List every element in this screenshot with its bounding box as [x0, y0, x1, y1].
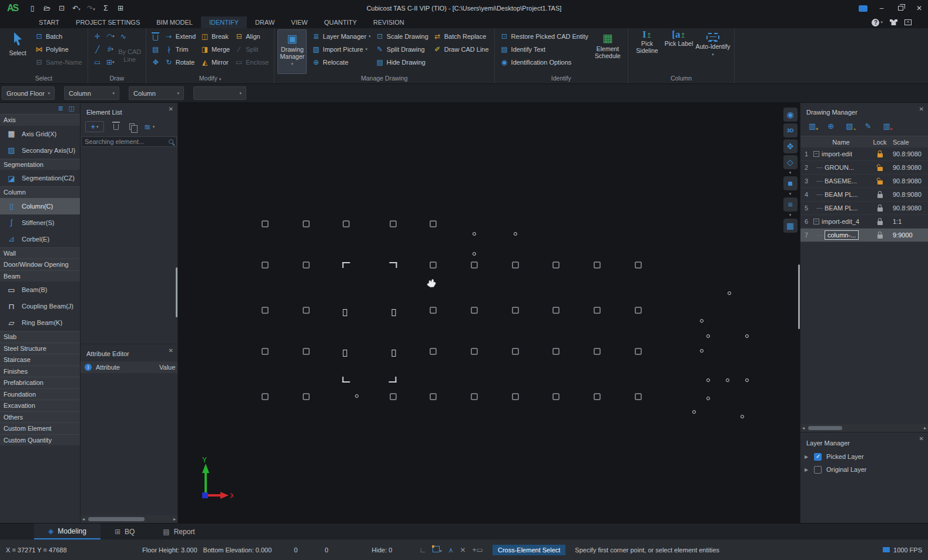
relocate-drawing-icon[interactable]: ⊕ — [828, 122, 834, 130]
disable-snap-icon[interactable]: ✕ — [460, 546, 466, 554]
sidebar-section-others[interactable]: Others — [0, 411, 80, 423]
drawing-name-cell[interactable]: −import-edit_4 — [812, 218, 870, 225]
save-icon[interactable]: ⊡ — [58, 4, 66, 12]
edit-drawing-icon[interactable]: ✎ — [865, 122, 872, 130]
layer-row-picked-layer[interactable]: ▶Picked Layer — [800, 450, 928, 463]
sum-icon[interactable]: Σ — [102, 4, 110, 12]
sidebar-item-ring-beam-k[interactable]: ▱Ring Beam(K) — [0, 314, 80, 331]
shaded-view-tool[interactable]: ■ — [783, 176, 798, 190]
lock-cell[interactable] — [870, 232, 890, 239]
sidebar-section-door-window-opening[interactable]: Door/Window Opening — [0, 259, 80, 270]
redo-icon[interactable]: ↷▾ — [87, 4, 95, 12]
draw-point-icon[interactable]: ✛ — [91, 30, 104, 43]
sidebar-section-segmentation[interactable]: Segmentation — [0, 159, 80, 170]
identification-options-button[interactable]: ◉Identification Options — [498, 56, 591, 69]
expand-arrow-icon[interactable]: ▶ — [805, 467, 809, 472]
polyline-button[interactable]: ⋈Polyline — [32, 43, 85, 56]
collapse-ribbon-icon[interactable]: ˄ — [904, 19, 912, 25]
element-type-select[interactable]: Column▾ — [64, 86, 119, 100]
sidebar-section-axis[interactable]: Axis — [0, 114, 80, 126]
drawing-name-cell[interactable]: column-... — [812, 230, 870, 240]
sidebar-section-custom-quantity[interactable]: Custom Quantity — [0, 434, 80, 446]
move-icon[interactable]: ✥ — [149, 56, 162, 69]
tab-quantity[interactable]: QUANTITY — [316, 16, 365, 28]
wireframe-view-tool-caret[interactable]: ▾ — [789, 171, 792, 175]
collapse-node-icon[interactable]: − — [813, 219, 819, 224]
draw-arc-icon[interactable]: ◠▾ — [104, 30, 117, 43]
tab-view[interactable]: VIEW — [283, 16, 316, 28]
draw-hatch-icon[interactable]: #▾ — [104, 43, 117, 56]
break-button[interactable]: ◫Break — [198, 30, 232, 43]
sidebar-section-staircase[interactable]: Staircase — [0, 354, 80, 365]
panel-vscrollbar[interactable] — [176, 267, 177, 317]
sidebar-section-beam[interactable]: Beam — [0, 270, 80, 282]
open-file-icon[interactable]: 🗁︎ — [43, 4, 51, 12]
tab-identify[interactable]: IDENTIFY — [201, 16, 247, 28]
layer-manager-close-icon[interactable]: ✕ — [919, 435, 924, 442]
relocate-button[interactable]: ⊕Relocate — [309, 56, 373, 69]
trim-button[interactable]: ∤Trim — [162, 43, 198, 56]
drawing-manager-hscrollbar[interactable]: ◂ ▸ — [800, 424, 928, 432]
rotate-button[interactable]: ↻Rotate — [162, 56, 198, 69]
drawing-name-cell[interactable]: BEAM PL... — [812, 204, 870, 212]
drawing-name-cell[interactable]: BASEME... — [812, 177, 870, 185]
split-drawing-button[interactable]: ✎Split Drawing — [373, 43, 431, 56]
hscroll-thumb[interactable] — [88, 517, 145, 521]
tab-revision[interactable]: REVISION — [365, 16, 413, 28]
scroll-right-icon[interactable]: ▸ — [173, 517, 176, 522]
undo-icon[interactable]: ↶▾ — [72, 4, 81, 12]
copy-entity-icon[interactable]: ▤ — [149, 43, 162, 56]
help-icon[interactable]: ?▾ — [872, 19, 883, 26]
element-select[interactable]: Column▾ — [129, 86, 184, 100]
sidebar-section-slab[interactable]: Slab — [0, 331, 80, 343]
extra-select[interactable]: ▾ — [193, 86, 246, 100]
locked-icon[interactable] — [877, 153, 883, 157]
delete-element-icon[interactable] — [113, 122, 119, 131]
drawing-row-3[interactable]: 3BASEME...90.8:9080 — [800, 175, 928, 188]
feedback-icon[interactable] — [854, 2, 872, 15]
workspace-tab-bq[interactable]: ⊞BQ — [100, 524, 149, 539]
sidebar-section-column[interactable]: Column — [0, 186, 80, 198]
view-3d-tool[interactable]: 3D — [783, 123, 798, 138]
sidebar-section-foundation[interactable]: Foundation — [0, 388, 80, 400]
import-picture-button[interactable]: ▨Import Picture▾ — [309, 43, 373, 56]
locked-icon[interactable] — [877, 207, 883, 212]
add-element-button[interactable]: +▾ — [85, 121, 104, 132]
layer-row-original-layer[interactable]: ▶Original Layer — [800, 463, 928, 476]
element-list-hscrollbar[interactable]: ◂ ▸ — [81, 515, 177, 523]
erase-icon[interactable] — [149, 30, 162, 43]
unlocked-icon[interactable] — [877, 167, 883, 171]
batch-button[interactable]: ⊡Batch — [32, 30, 85, 43]
close-button[interactable]: ✕ — [910, 2, 928, 15]
element-search-input[interactable]: Searching element... — [81, 136, 177, 147]
locked-icon[interactable] — [877, 221, 883, 225]
drawing-row-4[interactable]: 4BEAM PL...90.8:9080 — [800, 188, 928, 202]
lock-cell[interactable] — [870, 178, 890, 185]
sidebar-item-stiffener-s[interactable]: ∫Stiffener(S) — [0, 214, 80, 231]
drawing-row-7[interactable]: 7column-...9:9000 — [800, 229, 928, 242]
lock-cell[interactable] — [870, 165, 890, 171]
element-list-close-icon[interactable]: ✕ — [169, 106, 173, 112]
lock-cell[interactable] — [870, 192, 890, 198]
collapse-node-icon[interactable]: − — [813, 151, 819, 157]
identify-text-button[interactable]: ▤Identify Text — [498, 43, 591, 56]
dm-scroll-right-icon[interactable]: ▸ — [924, 425, 926, 431]
same-name-button[interactable]: ⊟Same-Name — [32, 56, 85, 69]
drawing-row-5[interactable]: 5BEAM PL...90.8:9080 — [800, 202, 928, 215]
sidebar-section-finishes[interactable]: Finishes — [0, 365, 80, 377]
add-drawing-icon[interactable]: ▥+ — [809, 122, 816, 130]
draw-grid-icon[interactable]: ⊞▾ — [104, 56, 117, 69]
sidebar-section-prefabrication[interactable]: Prefabrication — [0, 377, 80, 388]
delete-drawing-icon[interactable]: ▥× — [883, 122, 890, 130]
ortho-icon[interactable]: ∟ — [419, 546, 426, 554]
theme-icon[interactable] — [890, 19, 897, 25]
sidebar-item-segmentation-cz[interactable]: ◪Segmentation(CZ) — [0, 170, 80, 186]
expand-arrow-icon[interactable]: ▶ — [805, 454, 809, 460]
auto-identify-button[interactable]: Auto-Identify ▾ — [695, 29, 731, 58]
draw-cad-line-button[interactable]: ✐Draw CAD Line — [431, 43, 491, 56]
drawing-manager-close-icon[interactable]: ✕ — [919, 106, 924, 112]
canvas-vscrollbar[interactable] — [798, 264, 800, 329]
drawing-picture-icon[interactable]: ▨• — [846, 122, 853, 130]
draw-rect-icon[interactable]: ▭ — [91, 56, 104, 69]
locked-icon[interactable] — [877, 194, 883, 198]
